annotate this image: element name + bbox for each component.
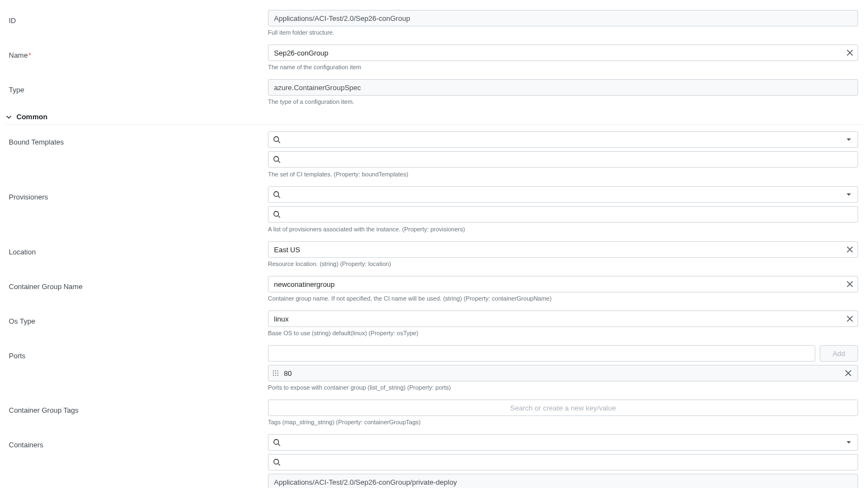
label-ports: Ports: [5, 345, 268, 360]
help-container-group-tags: Tags (map_string_string) (Property: cont…: [268, 419, 858, 425]
input-location[interactable]: [268, 241, 858, 258]
clear-location-icon[interactable]: [845, 245, 855, 254]
input-container-group-tags[interactable]: [268, 400, 858, 416]
chevron-down-icon: [5, 114, 12, 120]
input-id: [268, 10, 858, 26]
field-id: ID Full item folder structure.: [5, 5, 863, 40]
add-port-button[interactable]: Add: [820, 345, 858, 362]
help-name: The name of the configuration item: [268, 64, 858, 70]
bound-templates-search-input-2[interactable]: [281, 152, 853, 167]
label-os-type: Os Type: [5, 310, 268, 325]
container-item-value: Applications/ACI-Test/2.0/Sep26-conGroup…: [274, 478, 457, 486]
help-provisioners: A list of provisioners associated with t…: [268, 226, 858, 232]
remove-port-icon[interactable]: [843, 368, 853, 378]
input-container-group-name[interactable]: [268, 276, 858, 292]
required-star: *: [29, 51, 31, 59]
label-name-text: Name: [9, 51, 28, 59]
containers-search-input-2[interactable]: [281, 454, 853, 470]
help-id: Full item folder structure.: [268, 29, 858, 36]
field-containers: Containers Applications/ACI-Test/2.0/Sep…: [5, 430, 863, 488]
bound-templates-search-dropdown[interactable]: [268, 131, 858, 148]
provisioners-search-2[interactable]: [268, 206, 858, 223]
search-icon: [273, 156, 281, 163]
svg-point-3: [274, 212, 279, 217]
input-type: [268, 79, 858, 96]
input-ports-new[interactable]: [268, 345, 815, 362]
label-provisioners: Provisioners: [5, 186, 268, 201]
svg-point-2: [274, 192, 279, 197]
containers-search-input[interactable]: [281, 435, 844, 450]
clear-name-icon[interactable]: [845, 48, 855, 58]
label-containers: Containers: [5, 434, 268, 449]
field-os-type: Os Type Base OS to use (string) default(…: [5, 306, 863, 341]
bound-templates-search-2[interactable]: [268, 151, 858, 168]
svg-point-1: [274, 157, 279, 162]
container-item: Applications/ACI-Test/2.0/Sep26-conGroup…: [268, 474, 858, 488]
port-item: 80: [268, 365, 858, 381]
label-container-group-name: Container Group Name: [5, 276, 268, 291]
port-value: 80: [284, 369, 843, 378]
help-location: Resource location. (string) (Property: l…: [268, 260, 858, 267]
drag-handle-icon[interactable]: [273, 370, 278, 376]
label-location: Location: [5, 241, 268, 256]
label-id: ID: [5, 10, 268, 25]
section-common-title: Common: [16, 113, 47, 121]
field-container-group-name: Container Group Name Container group nam…: [5, 271, 863, 306]
containers-search-2[interactable]: [268, 454, 858, 470]
field-type: Type The type of a configuration item.: [5, 75, 863, 109]
label-bound-templates: Bound Templates: [5, 131, 268, 146]
clear-container-group-name-icon[interactable]: [845, 279, 855, 289]
label-container-group-tags: Container Group Tags: [5, 400, 268, 414]
svg-point-5: [274, 459, 279, 464]
field-ports: Ports Add 80 Ports to expose with contai…: [5, 341, 863, 395]
field-bound-templates: Bound Templates The set of CI templates.…: [5, 127, 863, 182]
caret-down-icon[interactable]: [844, 190, 853, 199]
provisioners-search-dropdown[interactable]: [268, 186, 858, 203]
label-name: Name*: [5, 45, 268, 59]
search-icon: [273, 439, 281, 446]
help-type: The type of a configuration item.: [268, 98, 858, 105]
field-container-group-tags: Container Group Tags Tags (map_string_st…: [5, 395, 863, 430]
help-container-group-name: Container group name. If not specified, …: [268, 295, 858, 302]
containers-search-dropdown[interactable]: [268, 434, 858, 451]
search-icon: [273, 458, 281, 466]
section-common-header[interactable]: Common: [5, 109, 863, 125]
provisioners-search-input-2[interactable]: [281, 207, 853, 222]
help-bound-templates: The set of CI templates. (Property: boun…: [268, 171, 858, 178]
search-icon: [273, 136, 281, 143]
bound-templates-search-input[interactable]: [281, 132, 844, 147]
caret-down-icon[interactable]: [844, 135, 853, 144]
svg-point-4: [274, 440, 279, 445]
svg-point-0: [274, 137, 279, 142]
caret-down-icon[interactable]: [844, 438, 853, 447]
help-ports: Ports to expose with container group (li…: [268, 384, 858, 391]
provisioners-search-input[interactable]: [281, 187, 844, 202]
input-os-type[interactable]: [268, 310, 858, 327]
clear-os-type-icon[interactable]: [845, 314, 855, 324]
field-location: Location Resource location. (string) (Pr…: [5, 237, 863, 271]
search-icon: [273, 191, 281, 198]
field-provisioners: Provisioners A list of provisioners asso…: [5, 182, 863, 237]
label-type: Type: [5, 79, 268, 94]
help-os-type: Base OS to use (string) default(linux) (…: [268, 330, 858, 336]
field-name: Name* The name of the configuration item: [5, 40, 863, 75]
input-name[interactable]: [268, 45, 858, 61]
search-icon: [273, 210, 281, 218]
